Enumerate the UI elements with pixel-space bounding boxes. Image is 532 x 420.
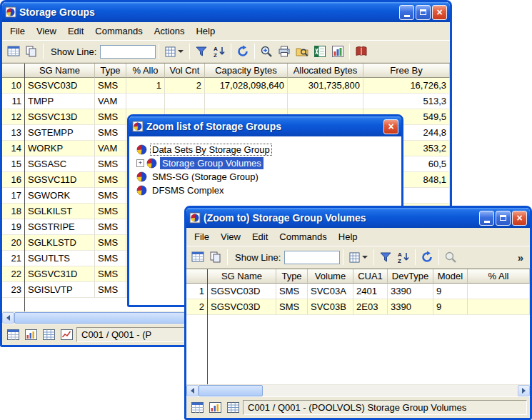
- scroll-left-button[interactable]: [2, 312, 14, 324]
- grid-view-icon[interactable]: [225, 401, 241, 415]
- close-button[interactable]: ×: [383, 119, 398, 134]
- column-header-sg-name[interactable]: SG Name: [25, 64, 95, 78]
- menu-item[interactable]: View: [215, 229, 246, 244]
- tree-item[interactable]: Data Sets By Storage Group: [136, 143, 394, 156]
- column-header-model[interactable]: Model: [433, 269, 468, 284]
- title-bar[interactable]: Storage Groups ×: [2, 2, 450, 22]
- zoom-in-icon[interactable]: [442, 249, 459, 266]
- excel-icon[interactable]: [311, 43, 328, 60]
- column-header-cua1[interactable]: CUA1: [353, 269, 388, 284]
- row-number: 16: [2, 172, 25, 188]
- filter-icon[interactable]: [377, 249, 394, 266]
- column-header-capacity[interactable]: Capacity Bytes: [205, 64, 288, 78]
- table-row[interactable]: 10 SGSVC03D SMS 1 2 17,028,098,640 301,7…: [2, 78, 450, 94]
- cell-vol-cnt: 2: [165, 78, 205, 94]
- tree-item-label: Data Sets By Storage Group: [150, 144, 272, 156]
- menu-item[interactable]: Commands: [273, 229, 332, 244]
- title-bar[interactable]: (Zoom to) Storage Group Volumes ×: [186, 208, 530, 228]
- column-header-type[interactable]: Type: [276, 269, 308, 284]
- scrollbar-track[interactable]: [199, 385, 518, 396]
- column-header-free[interactable]: Free By: [363, 64, 450, 78]
- column-header-vol-cnt[interactable]: Vol Cnt: [165, 64, 205, 78]
- chart-icon[interactable]: [329, 43, 346, 60]
- table-row[interactable]: 11 TMPP VAM 513,3: [2, 94, 450, 109]
- table-row[interactable]: 2 SGSVC03D SMS SVC03B 2E03 3390 9: [186, 299, 530, 315]
- menu-item[interactable]: Help: [190, 24, 221, 39]
- chart-view-icon[interactable]: [23, 328, 39, 342]
- tree-item[interactable]: SMS-SG (Storage Group): [136, 170, 394, 184]
- sort-icon[interactable]: AZ: [395, 249, 412, 266]
- menu-item[interactable]: File: [4, 24, 31, 39]
- find-icon[interactable]: [293, 43, 311, 60]
- filter-icon[interactable]: [193, 43, 210, 60]
- table-view-icon[interactable]: [189, 249, 206, 266]
- print-icon[interactable]: [276, 43, 293, 60]
- toolbar-overflow-button[interactable]: »: [514, 251, 527, 264]
- maximize-button[interactable]: [496, 211, 511, 226]
- table-row[interactable]: 1 SGSVC03D SMS SVC03A 2401 3390 9: [186, 284, 530, 299]
- close-button[interactable]: ×: [512, 211, 527, 226]
- layout-dropdown[interactable]: [346, 249, 371, 266]
- menu-item[interactable]: View: [31, 24, 62, 39]
- toolbar-separator: [159, 44, 159, 59]
- maximize-button[interactable]: [416, 5, 431, 20]
- column-header-rownum: [2, 64, 25, 78]
- column-header-pct-alloc[interactable]: % All: [468, 269, 530, 284]
- table-view-icon[interactable]: [5, 328, 21, 342]
- layout-dropdown[interactable]: [162, 43, 186, 60]
- copy-icon[interactable]: [207, 249, 224, 266]
- graph-view-icon[interactable]: [59, 328, 74, 342]
- menu-bar: FileViewEditCommandsHelp: [186, 228, 530, 246]
- menu-item[interactable]: Edit: [246, 229, 273, 244]
- title-bar[interactable]: Zoom list of Storage Groups ×: [129, 116, 401, 136]
- chart-view-icon[interactable]: [207, 401, 223, 415]
- column-header-allocated[interactable]: Allocated Bytes: [288, 64, 363, 78]
- column-header-devtype[interactable]: DevType: [388, 269, 433, 284]
- expand-icon[interactable]: +: [136, 159, 144, 167]
- scrollbar-thumb[interactable]: [14, 312, 200, 324]
- cell-pct-alloc: [126, 94, 165, 109]
- tree-item[interactable]: + Storage Group Volumes: [136, 156, 394, 170]
- app-icon[interactable]: [5, 6, 16, 18]
- refresh-icon[interactable]: [418, 249, 436, 266]
- column-header-type[interactable]: Type: [95, 64, 126, 78]
- app-icon[interactable]: [189, 212, 201, 224]
- cell-sg-name: SGTEMPP: [25, 125, 95, 141]
- menu-item[interactable]: Edit: [62, 24, 89, 39]
- help-icon[interactable]: [353, 43, 370, 60]
- tree-item[interactable]: DFSMS Complex: [136, 184, 394, 197]
- column-header-pct-alloc[interactable]: % Allo: [126, 64, 165, 78]
- tree-item-label: SMS-SG (Storage Group): [150, 171, 261, 183]
- menu-item[interactable]: File: [189, 229, 215, 244]
- column-header-rownum: [186, 269, 208, 284]
- cell-free: 513,3: [363, 94, 450, 109]
- cell-type: SMS: [95, 172, 126, 188]
- scroll-right-button[interactable]: [518, 385, 530, 396]
- minimize-button[interactable]: [479, 211, 494, 226]
- close-button[interactable]: ×: [432, 5, 447, 20]
- zoom-in-icon[interactable]: [258, 43, 275, 60]
- menu-item[interactable]: Actions: [149, 24, 191, 39]
- grid-view-icon[interactable]: [41, 328, 56, 342]
- menu-item[interactable]: Help: [333, 229, 363, 244]
- minimize-button[interactable]: [399, 5, 414, 20]
- table-view-icon[interactable]: [189, 401, 205, 415]
- scrollbar-thumb[interactable]: [199, 385, 263, 396]
- refresh-icon[interactable]: [234, 43, 251, 60]
- svg-text:Z: Z: [398, 258, 401, 264]
- table-view-icon[interactable]: [5, 43, 22, 60]
- sort-icon[interactable]: AZ: [211, 43, 228, 60]
- cell-type: SMS: [95, 156, 126, 172]
- chevron-down-icon: [362, 256, 368, 261]
- column-header-sg-name[interactable]: SG Name: [208, 269, 276, 284]
- menu-item[interactable]: Commands: [89, 24, 148, 39]
- copy-icon[interactable]: [23, 43, 40, 60]
- horizontal-scrollbar[interactable]: [186, 384, 530, 396]
- show-line-input[interactable]: [100, 45, 156, 59]
- app-icon[interactable]: [132, 121, 144, 132]
- show-line-input[interactable]: [284, 251, 340, 264]
- cell-sg-name: SGSASC: [25, 156, 95, 172]
- scroll-left-button[interactable]: [186, 385, 199, 396]
- column-header-volume[interactable]: Volume: [308, 269, 353, 284]
- table-body: 1 SGSVC03D SMS SVC03A 2401 3390 9 2 SGSV…: [186, 284, 530, 315]
